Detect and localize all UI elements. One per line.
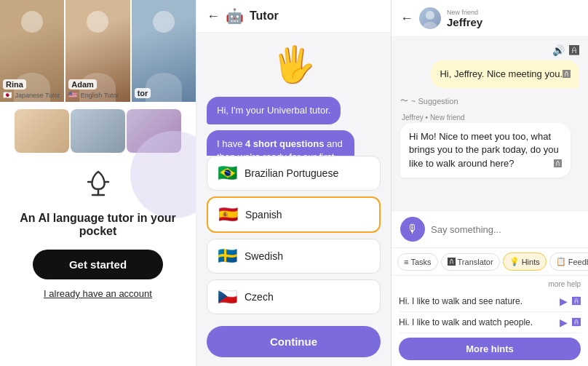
second-card-1 <box>15 109 69 153</box>
flag-icon-1: 🇯🇵 <box>3 91 12 99</box>
lang-name-portuguese: Brazilian Portuguese <box>245 167 338 179</box>
panel2-header: ← 🤖 Tutor <box>196 0 391 33</box>
tutor-grid: Rina 🇯🇵 Japanese Tutor Adam 🇺🇸 English T… <box>0 0 196 102</box>
hint-item-2: Hi. I like to walk and watch people. ▶ 🅰 <box>399 312 581 333</box>
tutor-name-2: Adam <box>68 79 97 89</box>
jeffrey-name: Jeffrey <box>447 16 579 28</box>
wave-emoji: 🖐️ <box>207 44 381 85</box>
flag-spanish: 🇪🇸 <box>218 205 238 224</box>
translator-icon: 🅰 <box>448 258 456 266</box>
continue-button[interactable]: Continue <box>207 326 381 357</box>
jeffrey-avatar <box>419 7 441 29</box>
hint-text-2: Hi. I like to walk and watch people. <box>399 317 533 327</box>
mic-button[interactable]: 🎙 <box>400 217 425 242</box>
svg-point-4 <box>426 11 434 20</box>
panel-chat: ← New friend Jeffrey 🔊 🅰 Hi, Jeffrey. Ni… <box>392 0 588 366</box>
lang-name-czech: Czech <box>245 291 274 303</box>
more-hints-button[interactable]: More hints <box>399 338 581 360</box>
panel-tutor: ← 🤖 Tutor 🖐️ Hi, I'm your Univerbal tuto… <box>196 0 392 366</box>
msg-left-container: Jeffrey • New friend Hi Mo! Nice to meet… <box>400 114 579 178</box>
back-button-p3[interactable]: ← <box>400 11 413 26</box>
tutor-partial-label: tor <box>135 88 151 98</box>
hint-item-1: Hi. I like to walk and see nature. ▶ 🅰 <box>399 291 581 312</box>
new-friend-label: New friend <box>447 9 579 16</box>
second-card-2 <box>71 109 125 153</box>
translate-icon-inline: 🅰 <box>563 69 571 80</box>
brand-logo <box>81 166 116 207</box>
lang-name-swedish: Swedish <box>245 250 283 262</box>
flag-portuguese: 🇧🇷 <box>218 164 237 183</box>
hint-translate-1[interactable]: 🅰 <box>572 296 581 306</box>
flag-icon-2: 🇺🇸 <box>68 91 77 99</box>
lang-item-portuguese[interactable]: 🇧🇷 Brazilian Portuguese <box>207 156 381 191</box>
tutor-avatar-icon: 🤖 <box>226 7 244 25</box>
speaker-icon[interactable]: 🔊 <box>552 44 565 56</box>
lang-item-swedish[interactable]: 🇸🇪 Swedish <box>207 239 381 274</box>
chat-area-p2: 🖐️ Hi, I'm your Univerbal tutor. I have … <box>196 33 391 156</box>
hints-icon: 💡 <box>509 257 520 266</box>
jeffrey-info: New friend Jeffrey <box>447 9 579 28</box>
lang-name-spanish: Spanish <box>245 209 282 220</box>
lang-item-czech[interactable]: 🇨🇿 Czech <box>207 279 381 314</box>
suggestion-tilde: 〜 <box>400 95 408 106</box>
chat-toolbar: ≡ Tasks 🅰 Translator 💡 Hints 📋 Feedback <box>392 247 588 275</box>
tagline-text: An AI language tutor in your pocket <box>15 212 181 238</box>
tutor-card-partial: tor <box>132 0 196 102</box>
chat-bubble-2: I have 4 short questions and then we're … <box>207 130 354 156</box>
lang-item-spanish[interactable]: 🇪🇸 Spanish <box>207 196 381 233</box>
panel1-lower: An AI language tutor in your pocket Get … <box>0 102 196 366</box>
tutor-name-1: Rina <box>3 79 26 89</box>
tutor-card-2[interactable]: Adam 🇺🇸 English Tutor <box>65 0 130 102</box>
msg-right-1: 🔊 🅰 Hi, Jeffrey. Nice meeting you. 🅰 <box>400 44 579 88</box>
panel2-title: Tutor <box>250 9 279 23</box>
tasks-button[interactable]: ≡ Tasks <box>397 253 438 271</box>
hint-translate-2[interactable]: 🅰 <box>572 317 581 327</box>
back-button-p2[interactable]: ← <box>207 9 220 24</box>
translate-icon-jeffrey: 🅰 <box>554 159 562 170</box>
msg-controls: 🔊 🅰 <box>552 44 579 56</box>
suggestion-label: ~ Suggestion <box>411 97 458 106</box>
tutor-card-1[interactable]: Rina 🇯🇵 Japanese Tutor <box>0 0 64 102</box>
hint-actions-1: ▶ 🅰 <box>560 295 581 307</box>
panel-welcome: Rina 🇯🇵 Japanese Tutor Adam 🇺🇸 English T… <box>0 0 196 366</box>
feedback-icon: 📋 <box>556 257 566 266</box>
jeffrey-sender-label: Jeffrey • New friend <box>400 114 579 122</box>
tutor-lang-2: 🇺🇸 English Tutor <box>68 91 127 99</box>
panel3-header: ← New friend Jeffrey <box>392 0 588 37</box>
msg-bubble-right: Hi, Jeffrey. Nice meeting you. 🅰 <box>431 60 579 88</box>
more-help-label: more help <box>399 280 581 288</box>
chat-bubble-1: Hi, I'm your Univerbal tutor. <box>207 97 341 124</box>
suggestion-row: 〜 ~ Suggestion <box>400 94 579 108</box>
translator-button[interactable]: 🅰 Translator <box>441 253 500 271</box>
hint-send-1[interactable]: ▶ <box>560 295 568 307</box>
chat3-area: 🔊 🅰 Hi, Jeffrey. Nice meeting you. 🅰 〜 ~… <box>392 37 588 210</box>
jeffrey-message: Hi Mo! Nice to meet you too, what brings… <box>400 123 571 178</box>
hint-actions-2: ▶ 🅰 <box>560 317 581 328</box>
say-something-input[interactable] <box>431 224 579 235</box>
hint-text-1: Hi. I like to walk and see nature. <box>399 296 523 306</box>
flag-swedish: 🇸🇪 <box>218 247 237 266</box>
tutor-lang-1: 🇯🇵 Japanese Tutor <box>3 91 61 99</box>
svg-point-5 <box>423 22 437 29</box>
already-have-account-link[interactable]: I already have an account <box>44 288 152 299</box>
language-list: 🇧🇷 Brazilian Portuguese 🇪🇸 Spanish 🇸🇪 Sw… <box>196 156 391 320</box>
hints-button[interactable]: 💡 Hints <box>503 252 547 271</box>
tasks-icon: ≡ <box>404 258 408 266</box>
input-bar: 🎙 <box>392 210 588 247</box>
feedback-button[interactable]: 📋 Feedback <box>549 252 588 271</box>
translate-icon-ctrl[interactable]: 🅰 <box>569 44 579 56</box>
flag-czech: 🇨🇿 <box>218 287 237 306</box>
hints-panel: more help Hi. I like to walk and see nat… <box>392 275 588 366</box>
get-started-button[interactable]: Get started <box>33 250 163 279</box>
hint-send-2[interactable]: ▶ <box>560 317 568 328</box>
